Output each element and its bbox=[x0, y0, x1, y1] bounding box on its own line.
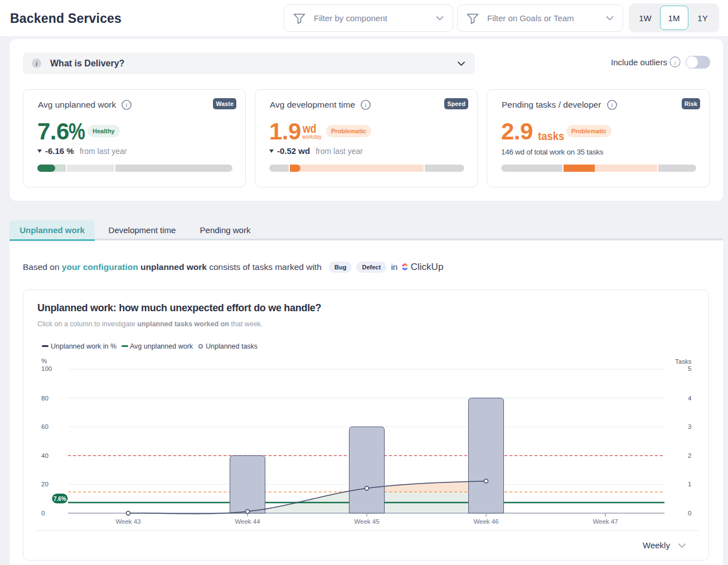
svg-text:0: 0 bbox=[688, 510, 691, 516]
svg-text:100: 100 bbox=[41, 365, 52, 372]
svg-text:Week 47: Week 47 bbox=[593, 518, 618, 525]
svg-text:2: 2 bbox=[688, 452, 691, 459]
svg-text:Week 43: Week 43 bbox=[115, 518, 140, 525]
svg-text:80: 80 bbox=[41, 395, 48, 402]
svg-text:7.6%: 7.6% bbox=[54, 496, 66, 502]
svg-text:0: 0 bbox=[41, 510, 45, 516]
svg-text:i: i bbox=[126, 102, 128, 108]
svg-text:1: 1 bbox=[688, 481, 691, 487]
svg-text:Week 46: Week 46 bbox=[473, 518, 498, 525]
svg-text:Week 45: Week 45 bbox=[354, 518, 379, 525]
svg-text:Week 44: Week 44 bbox=[235, 518, 260, 525]
svg-text:60: 60 bbox=[41, 423, 48, 430]
svg-text:5: 5 bbox=[688, 365, 691, 372]
svg-text:40: 40 bbox=[41, 452, 48, 459]
svg-text:3: 3 bbox=[688, 423, 691, 430]
svg-text:Tasks: Tasks bbox=[675, 358, 692, 365]
svg-text:20: 20 bbox=[41, 481, 48, 487]
svg-text:i: i bbox=[674, 59, 676, 66]
svg-text:4: 4 bbox=[688, 395, 692, 402]
svg-text:%: % bbox=[41, 358, 47, 364]
svg-text:i: i bbox=[365, 102, 367, 108]
svg-text:i: i bbox=[611, 102, 613, 108]
